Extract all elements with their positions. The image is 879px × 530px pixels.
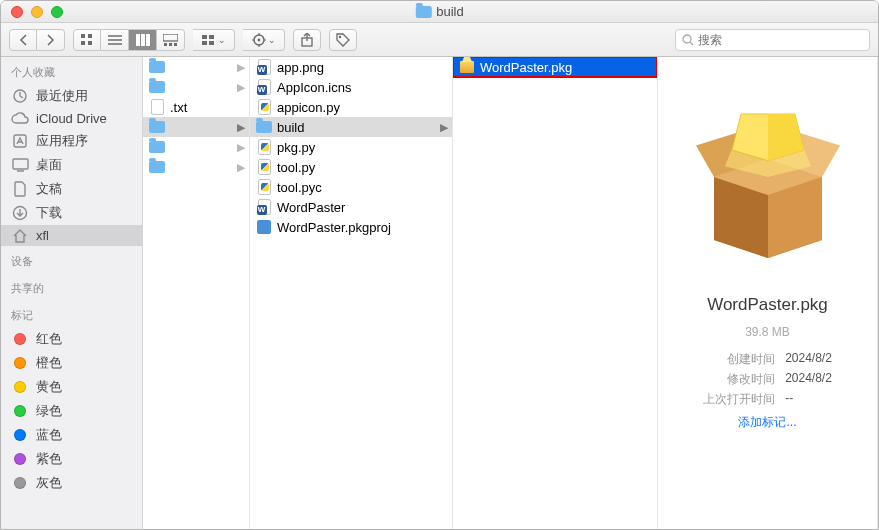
sidebar-item[interactable]: 文稿: [1, 177, 142, 201]
file-row[interactable]: WordPaster.pkg: [453, 57, 657, 77]
meta-label: 上次打开时间: [703, 391, 775, 408]
search-field[interactable]: [675, 29, 870, 51]
sidebar-item[interactable]: 绿色: [1, 399, 142, 423]
svg-line-28: [690, 42, 693, 45]
tag-dot-icon: [11, 404, 29, 418]
chevron-right-icon: ▶: [237, 81, 245, 94]
sidebar-item-label: xfl: [36, 228, 49, 243]
tag-dot-icon: [11, 332, 29, 346]
sidebar-section-header: 标记: [1, 300, 142, 327]
file-row[interactable]: ▶: [143, 157, 249, 177]
home-icon: [11, 229, 29, 243]
gallery-view-button[interactable]: [157, 29, 185, 51]
tag-dot-icon: [11, 476, 29, 490]
chevron-right-icon: ▶: [237, 141, 245, 154]
file-name: app.png: [277, 60, 446, 75]
toolbar: ⌄ ⌄: [1, 23, 878, 57]
doc-icon: [11, 182, 29, 196]
titlebar: build: [1, 1, 878, 23]
preview-filename: WordPaster.pkg: [707, 295, 828, 315]
sidebar-item[interactable]: 紫色: [1, 447, 142, 471]
window-controls: [1, 6, 63, 18]
svg-rect-7: [136, 34, 140, 46]
folder-icon: [256, 121, 272, 133]
cloud-icon: [11, 112, 29, 126]
view-buttons: [73, 29, 185, 51]
share-button[interactable]: [293, 29, 321, 51]
file-row[interactable]: AppIcon.icns: [250, 77, 452, 97]
file-row[interactable]: WordPaster: [250, 197, 452, 217]
python-file-icon: [258, 99, 271, 115]
file-name: appicon.py: [277, 100, 446, 115]
sidebar-item-label: 应用程序: [36, 132, 88, 150]
sidebar-item-label: 红色: [36, 330, 62, 348]
sidebar-item-label: 蓝色: [36, 426, 62, 444]
svg-rect-16: [209, 35, 214, 39]
file-name: build: [277, 120, 446, 135]
sidebar-item[interactable]: 最近使用: [1, 84, 142, 108]
file-row[interactable]: tool.py: [250, 157, 452, 177]
zoom-button[interactable]: [51, 6, 63, 18]
chevron-right-icon: ▶: [237, 61, 245, 74]
chevron-right-icon: ▶: [237, 161, 245, 174]
file-row[interactable]: ▶: [143, 57, 249, 77]
svg-rect-13: [174, 43, 177, 46]
close-button[interactable]: [11, 6, 23, 18]
sidebar-item[interactable]: 灰色: [1, 471, 142, 495]
sidebar-item[interactable]: 黄色: [1, 375, 142, 399]
meta-value: --: [785, 391, 832, 408]
python-file-icon: [258, 179, 271, 195]
finder-window: build ⌄ ⌄ 个人收藏最近使用iCloud Drive应用程序桌面: [0, 0, 879, 530]
file-name: tool.py: [277, 160, 446, 175]
sidebar-item[interactable]: 应用程序: [1, 129, 142, 153]
file-name: .txt: [170, 100, 243, 115]
add-tag-link[interactable]: 添加标记...: [738, 414, 796, 431]
file-row[interactable]: pkg.py: [250, 137, 452, 157]
word-doc-icon: [258, 79, 271, 95]
sidebar-item[interactable]: 下载: [1, 201, 142, 225]
file-row[interactable]: ▶: [143, 137, 249, 157]
sidebar-item[interactable]: 蓝色: [1, 423, 142, 447]
file-row[interactable]: ▶: [143, 77, 249, 97]
file-name: WordPaster: [277, 200, 446, 215]
minimize-button[interactable]: [31, 6, 43, 18]
meta-label: 修改时间: [703, 371, 775, 388]
list-view-button[interactable]: [101, 29, 129, 51]
sidebar-item[interactable]: xfl: [1, 225, 142, 246]
file-row[interactable]: .txt: [143, 97, 249, 117]
sidebar-item-label: 灰色: [36, 474, 62, 492]
svg-rect-0: [81, 34, 85, 38]
search-input[interactable]: [698, 33, 863, 47]
back-button[interactable]: [9, 29, 37, 51]
sidebar-item[interactable]: 红色: [1, 327, 142, 351]
arrange-button[interactable]: ⌄: [193, 29, 235, 51]
file-row[interactable]: ▶: [143, 117, 249, 137]
tag-dot-icon: [11, 428, 29, 442]
file-row[interactable]: build▶: [250, 117, 452, 137]
sidebar-section-header: 设备: [1, 246, 142, 273]
tag-button[interactable]: [329, 29, 357, 51]
icon-view-button[interactable]: [73, 29, 101, 51]
project-file-icon: [257, 220, 271, 234]
sidebar: 个人收藏最近使用iCloud Drive应用程序桌面文稿下载xfl设备共享的标记…: [1, 57, 143, 529]
sidebar-item[interactable]: 桌面: [1, 153, 142, 177]
file-icon: [151, 99, 164, 115]
file-row[interactable]: WordPaster.pkgproj: [250, 217, 452, 237]
svg-rect-12: [169, 43, 172, 46]
file-row[interactable]: app.png: [250, 57, 452, 77]
sidebar-item[interactable]: iCloud Drive: [1, 108, 142, 129]
column-view-button[interactable]: [129, 29, 157, 51]
file-row[interactable]: tool.pyc: [250, 177, 452, 197]
sidebar-item[interactable]: 橙色: [1, 351, 142, 375]
file-row[interactable]: appicon.py: [250, 97, 452, 117]
arrange-group: ⌄: [193, 29, 235, 51]
column-2: app.pngAppIcon.icnsappicon.pybuild▶pkg.p…: [250, 57, 453, 529]
file-name: AppIcon.icns: [277, 80, 446, 95]
folder-icon: [149, 81, 165, 93]
word-doc-icon: [258, 59, 271, 75]
search-icon: [682, 34, 694, 46]
action-button[interactable]: ⌄: [243, 29, 285, 51]
column-1: ▶▶.txt▶▶▶: [143, 57, 250, 529]
desktop-icon: [11, 158, 29, 172]
forward-button[interactable]: [37, 29, 65, 51]
